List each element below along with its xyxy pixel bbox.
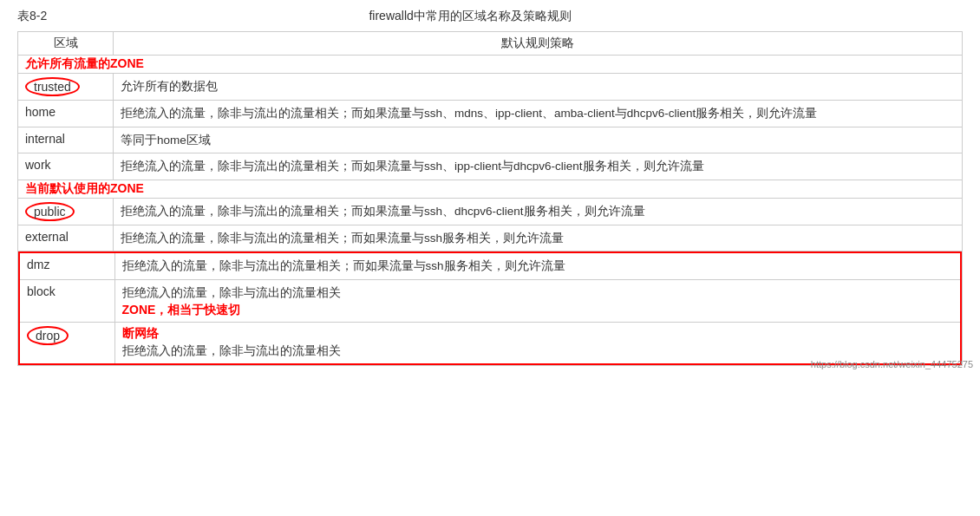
policy-text: 拒绝流入的流量，除非与流出的流量相关 — [122, 286, 341, 299]
zone-cell: external — [18, 225, 114, 251]
policy-text: 拒绝流入的流量，除非与流出的流量相关 — [122, 344, 341, 357]
table-title: 表8-2 firewalld中常用的区域名称及策略规则 — [17, 9, 963, 24]
policy-text: 拒绝流入的流量，除非与流出的流量相关；而如果流量与ssh服务相关，则允许流量 — [121, 232, 564, 245]
zone-name: work — [25, 158, 51, 172]
red-box-zone-cell: dmz — [19, 252, 114, 279]
policy-text: 拒绝流入的流量，除非与流出的流量相关；而如果流量与ssh服务相关，则允许流量 — [122, 259, 565, 272]
table-row: home拒绝流入的流量，除非与流出的流量相关；而如果流量与ssh、mdns、ip… — [18, 101, 963, 127]
policy-cell: 拒绝流入的流量，除非与流出的流量相关；而如果流量与ssh、ipp-client与… — [114, 153, 963, 180]
zone-cell: home — [18, 101, 114, 127]
policy-cell: 拒绝流入的流量，除非与流出的流量相关；而如果流量与ssh、dhcpv6-clie… — [114, 198, 963, 225]
policy-cell: 允许所有的数据包 — [114, 74, 963, 101]
section-label-row: 当前默认使用的ZONE — [18, 180, 963, 198]
red-box-row: drop断网络拒绝流入的流量，除非与流出的流量相关 — [19, 322, 961, 364]
zone-cell: trusted — [18, 74, 114, 101]
red-box-zone-cell: drop — [19, 322, 114, 364]
policy-text: 拒绝流入的流量，除非与流出的流量相关；而如果流量与ssh、mdns、ipp-cl… — [121, 107, 817, 120]
col-zone-header: 区域 — [18, 32, 114, 56]
zone-cell: work — [18, 153, 114, 180]
red-box-cell: dmz拒绝流入的流量，除非与流出的流量相关；而如果流量与ssh服务相关，则允许流… — [18, 251, 963, 366]
table-row: work拒绝流入的流量，除非与流出的流量相关；而如果流量与ssh、ipp-cli… — [18, 153, 963, 180]
table-row: trusted允许所有的数据包 — [18, 74, 963, 101]
policy-cell: 等同于home区域 — [114, 127, 963, 153]
section-label: 允许所有流量的ZONE — [25, 56, 144, 70]
zone-cell: public — [18, 198, 114, 225]
zone-name: home — [25, 105, 56, 119]
zone-name-circled: trusted — [25, 77, 80, 96]
zone-name-circled: public — [25, 202, 75, 221]
policy-text: 拒绝流入的流量，除非与流出的流量相关；而如果流量与ssh、ipp-client与… — [121, 160, 704, 173]
red-box-policy-cell: 拒绝流入的流量，除非与流出的流量相关ZONE，相当于快速切 — [114, 279, 961, 322]
policy-cell: 拒绝流入的流量，除非与流出的流量相关；而如果流量与ssh、mdns、ipp-cl… — [114, 101, 963, 127]
red-box-wrapper-row: dmz拒绝流入的流量，除非与流出的流量相关；而如果流量与ssh服务相关，则允许流… — [18, 251, 963, 366]
zone-name: dmz — [27, 258, 49, 272]
table-center-title: firewalld中常用的区域名称及策略规则 — [47, 9, 893, 24]
table-row: internal等同于home区域 — [18, 127, 963, 153]
policy-text: 等同于home区域 — [121, 134, 211, 147]
red-box-inner-table: dmz拒绝流入的流量，除非与流出的流量相关；而如果流量与ssh服务相关，则允许流… — [18, 251, 962, 365]
page: 表8-2 firewalld中常用的区域名称及策略规则 区域 默认规则策略 允许… — [0, 0, 980, 375]
table-row: external拒绝流入的流量，除非与流出的流量相关；而如果流量与ssh服务相关… — [18, 225, 963, 251]
col-policy-header: 默认规则策略 — [114, 32, 963, 56]
red-box-policy-cell: 拒绝流入的流量，除非与流出的流量相关；而如果流量与ssh服务相关，则允许流量 — [114, 252, 961, 279]
section-label-row: 允许所有流量的ZONE — [18, 56, 963, 74]
red-box-row: dmz拒绝流入的流量，除非与流出的流量相关；而如果流量与ssh服务相关，则允许流… — [19, 252, 961, 279]
main-table: 区域 默认规则策略 允许所有流量的ZONE trusted允许所有的数据包hom… — [17, 31, 963, 366]
zone-name: internal — [25, 132, 65, 146]
table-number: 表8-2 — [17, 9, 47, 24]
table-row: public拒绝流入的流量，除非与流出的流量相关；而如果流量与ssh、dhcpv… — [18, 198, 963, 225]
red-box-zone-cell: block — [19, 279, 114, 322]
section-label: 当前默认使用的ZONE — [25, 181, 144, 195]
zone-name: external — [25, 230, 69, 244]
table-header: 区域 默认规则策略 — [18, 32, 963, 56]
red-section-label2: 断网络 — [122, 326, 159, 340]
red-box-policy-cell: 断网络拒绝流入的流量，除非与流出的流量相关 — [114, 322, 961, 364]
policy-text: 允许所有的数据包 — [121, 80, 218, 93]
policy-cell: 拒绝流入的流量，除非与流出的流量相关；而如果流量与ssh服务相关，则允许流量 — [114, 225, 963, 251]
zone-name: block — [27, 284, 56, 298]
policy-text: 拒绝流入的流量，除非与流出的流量相关；而如果流量与ssh、dhcpv6-clie… — [121, 205, 645, 218]
watermark: https://blog.csdn.net/weixin_44475275 — [811, 359, 973, 369]
red-section-label: ZONE，相当于快速切 — [122, 303, 241, 317]
zone-name-circled: drop — [27, 326, 69, 345]
zone-cell: internal — [18, 127, 114, 153]
red-box-row: block拒绝流入的流量，除非与流出的流量相关ZONE，相当于快速切 — [19, 279, 961, 322]
